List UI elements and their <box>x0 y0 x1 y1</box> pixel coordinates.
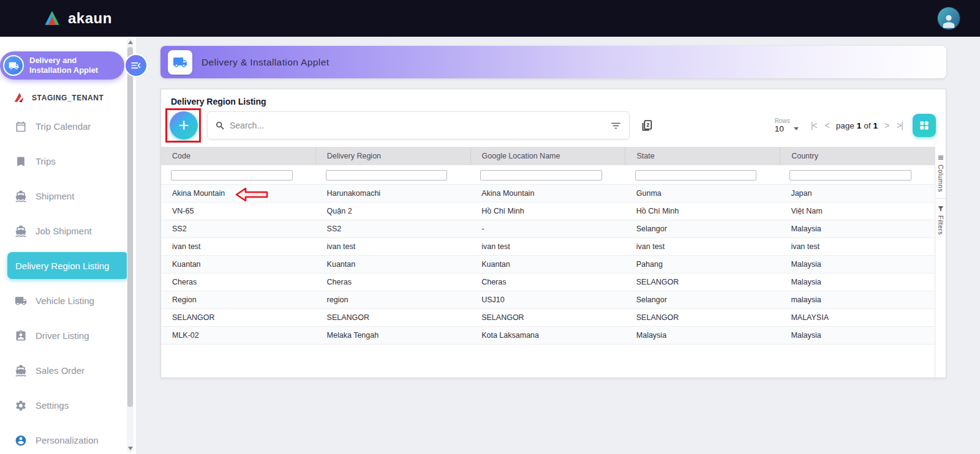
topbar: akaun <box>0 0 980 37</box>
table-cell: Cheras <box>161 274 316 291</box>
table-row[interactable]: RegionregionUSJ10Selangormalaysia <box>161 291 935 309</box>
sidebar-item-label: Driver Listing <box>36 330 89 341</box>
sidebar-item-label: Sales Order <box>36 365 85 376</box>
table-cell: Malaysia <box>780 256 935 273</box>
column-header-country[interactable]: Country <box>780 147 935 165</box>
sidebar-item-job-shipment[interactable]: Job Shipment <box>0 214 136 248</box>
column-header-state[interactable]: State <box>625 147 780 165</box>
table-row[interactable]: SS2SS2-SelangorMalaysia <box>161 220 935 238</box>
sidebar-item-trip-calendar[interactable]: Trip Calendar <box>0 109 136 144</box>
wrench-truck-icon <box>3 55 24 76</box>
table-cell: Akina Mountain <box>161 185 316 202</box>
page-word: page <box>836 121 854 130</box>
delivery-truck-icon <box>168 50 192 75</box>
last-page-button[interactable]: >| <box>895 121 904 130</box>
column-filter-input-code[interactable] <box>171 170 293 180</box>
column-filter-input-country[interactable] <box>790 170 911 180</box>
page-indicator: page 1 of 1 <box>836 121 878 130</box>
table-row[interactable]: Akina MountainHarunakomachiAkina Mountai… <box>161 185 935 203</box>
applet-pill-label: Delivery and Installation Applet <box>29 56 103 75</box>
applet-pill[interactable]: Delivery and Installation Applet <box>0 51 124 80</box>
sidebar-item-sales-order[interactable]: Sales Order <box>0 353 136 388</box>
table-cell: Malaysia <box>625 327 780 344</box>
table-cell: Malaysia <box>780 327 935 344</box>
search-icon <box>215 121 225 131</box>
applet-header-bar: Delivery & Installation Applet <box>160 46 946 78</box>
table-cell: Cheras <box>316 274 471 291</box>
logo-text: akaun <box>68 10 112 27</box>
sidebar-item-driver-listing[interactable]: Driver Listing <box>0 318 136 353</box>
column-header-google-location-name[interactable]: Google Location Name <box>470 147 625 165</box>
bookmark-icon <box>15 155 27 168</box>
sidebar-scrollbar-thumb[interactable] <box>127 47 133 407</box>
prev-page-button[interactable]: < <box>823 121 830 130</box>
columns-panel-toggle[interactable]: Columns <box>937 154 944 192</box>
search-box[interactable] <box>207 111 630 140</box>
of-word: of <box>864 121 870 130</box>
driver-badge-icon <box>15 330 27 342</box>
filter-cell <box>316 169 471 180</box>
scroll-up-icon[interactable] <box>128 40 133 44</box>
table-cell: SELANGOR <box>161 309 316 326</box>
table-row[interactable]: CherasCherasCherasSELANGORMalaysia <box>161 274 935 291</box>
table-cell: Malaysia <box>780 220 935 237</box>
akaun-logo-icon <box>42 9 62 28</box>
table-cell: Malaysia <box>780 274 935 291</box>
column-filter-input-delivery-region[interactable] <box>326 170 448 180</box>
filter-cell <box>470 169 625 180</box>
filters-panel-toggle[interactable]: Filters <box>937 205 944 235</box>
sidebar-scrollbar[interactable] <box>127 38 134 453</box>
add-button[interactable]: + <box>170 111 198 140</box>
sidebar-item-trips[interactable]: Trips <box>0 144 136 179</box>
sidebar-item-label: Settings <box>36 400 69 411</box>
filter-cell <box>625 169 780 180</box>
table-filter-row <box>161 165 935 185</box>
sidebar-item-label: Trip Calendar <box>36 121 91 132</box>
table-cell: ivan test <box>625 238 780 255</box>
tenant-label: STAGING_TENANT <box>32 94 104 102</box>
scroll-down-icon[interactable] <box>128 447 133 450</box>
table-cell: Cheras <box>470 274 625 291</box>
table-row[interactable]: MLK-02Melaka TengahKota LaksamanaMalaysi… <box>161 327 935 344</box>
table-cell: SELANGOR <box>316 309 471 326</box>
table-row[interactable]: VN-65Quận 2Hồ Chí MinhHồ Chí MinhViệt Na… <box>161 203 935 220</box>
table-row[interactable]: KuantanKuantanKuantanPahangMalaysia <box>161 256 935 274</box>
column-header-delivery-region[interactable]: Delivery Region <box>315 147 470 165</box>
filters-panel-label: Filters <box>937 215 944 235</box>
filter-list-icon[interactable] <box>610 120 622 132</box>
table-row[interactable]: ivan testivan testivan testivan testivan… <box>161 238 935 256</box>
sidebar-collapse-button[interactable] <box>124 54 148 77</box>
sidebar-item-shipment[interactable]: Shipment <box>0 179 136 214</box>
delivery-region-table: CodeDelivery RegionGoogle Location NameS… <box>161 147 946 381</box>
search-input[interactable] <box>230 121 606 130</box>
sidebar-item-vehicle-listing[interactable]: Vehicle Listing <box>0 283 136 318</box>
column-header-code[interactable]: Code <box>161 147 315 165</box>
multi-page-icon[interactable]: 2 <box>640 119 654 132</box>
akaun-logo[interactable]: akaun <box>42 9 112 28</box>
table-cell: SS2 <box>316 220 471 237</box>
table-cell: ivan test <box>316 238 471 255</box>
grid-icon <box>918 119 930 132</box>
column-filter-input-google-location-name[interactable] <box>480 170 602 180</box>
next-page-button[interactable]: > <box>883 121 890 130</box>
tenant-row[interactable]: STAGING_TENANT <box>12 91 136 105</box>
columns-panel-label: Columns <box>937 165 944 192</box>
ship-icon <box>15 190 27 203</box>
filter-cell <box>780 169 935 180</box>
table-cell: Việt Nam <box>780 203 935 220</box>
sidebar-item-label: Delivery Region Listing <box>15 261 109 271</box>
table-row[interactable]: SELANGORSELANGORSELANGORSELANGORMALAYSIA <box>161 309 935 327</box>
sidebar-item-personalization[interactable]: Personalization <box>0 423 136 454</box>
sidebar-item-settings[interactable]: Settings <box>0 388 136 423</box>
rows-per-page-select[interactable]: Rows 10 <box>775 117 799 133</box>
toolbar: + 2 Rows 10 |< < page <box>161 106 946 146</box>
gear-icon <box>15 400 27 412</box>
grid-view-button[interactable] <box>913 114 936 137</box>
user-avatar[interactable] <box>937 7 960 30</box>
sidebar-item-delivery-region-listing[interactable]: Delivery Region Listing <box>7 252 129 279</box>
table-cell: SELANGOR <box>470 309 625 326</box>
table-cell: Akina Mountain <box>470 185 625 202</box>
table-cell: MALAYSIA <box>780 309 935 326</box>
first-page-button[interactable]: |< <box>810 121 818 130</box>
column-filter-input-state[interactable] <box>635 170 757 180</box>
